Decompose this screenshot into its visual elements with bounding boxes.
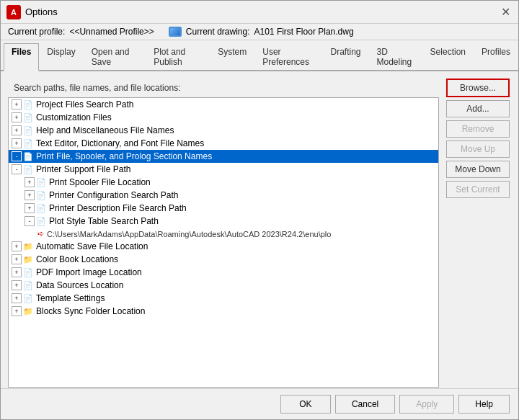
tab-3d-modeling[interactable]: 3D Modeling <box>369 43 422 70</box>
expander-2[interactable]: + <box>12 112 22 122</box>
apply-button[interactable]: Apply <box>399 395 454 414</box>
folder-icon: 📁 <box>23 254 33 264</box>
expander-15[interactable]: + <box>12 280 22 290</box>
move-up-button[interactable]: Move Up <box>446 140 510 158</box>
tab-files[interactable]: Files <box>4 43 39 71</box>
list-item[interactable]: + 📄 Project Files Search Path <box>9 98 438 111</box>
tab-selection[interactable]: Selection <box>422 43 474 70</box>
app-icon: A <box>6 5 21 19</box>
current-profile-item: Current profile: <<Unnamed Profile>> <box>8 27 154 37</box>
profile-bar: Current profile: <<Unnamed Profile>> Cur… <box>1 24 518 40</box>
list-item[interactable]: + 📄 Help and Miscellaneous File Names <box>9 124 438 137</box>
tab-system[interactable]: System <box>210 43 254 70</box>
window-title: Options <box>25 6 58 17</box>
item-label: Printer Description File Search Path <box>49 203 187 213</box>
item-label: Blocks Sync Folder Location <box>36 306 145 316</box>
tab-open-and-save[interactable]: Open and Save <box>84 43 146 70</box>
list-item[interactable]: + 📄 Printer Description File Search Path <box>9 202 438 215</box>
tab-user-preferences[interactable]: User Preferences <box>254 43 322 70</box>
doc-icon: 📄 <box>36 203 46 213</box>
expander-6[interactable]: - <box>12 164 22 174</box>
item-label: Help and Miscellaneous File Names <box>36 125 174 135</box>
doc-icon: 📄 <box>36 190 46 200</box>
expander-16[interactable]: + <box>12 293 22 303</box>
list-item[interactable]: + 📄 Print Spooler File Location <box>9 176 438 189</box>
list-item[interactable]: + 📄 Data Sources Location <box>9 279 438 292</box>
list-item[interactable]: + 📄 Printer Configuration Search Path <box>9 189 438 202</box>
list-item[interactable]: - 📄 Print File, Spooler, and Prolog Sect… <box>9 150 438 163</box>
add-button[interactable]: Add... <box>446 100 510 117</box>
expander-9[interactable]: + <box>25 203 35 213</box>
title-left: A Options <box>6 5 58 19</box>
options-window: A Options ✕ Current profile: <<Unnamed P… <box>0 0 519 420</box>
list-item[interactable]: + 📁 Automatic Save File Location <box>9 240 438 253</box>
cancel-button[interactable]: Cancel <box>335 395 395 414</box>
list-item[interactable]: + 📄 Template Settings <box>9 292 438 305</box>
list-item[interactable]: + 📄 PDF Import Image Location <box>9 266 438 279</box>
expander-10[interactable]: - <box>25 216 35 226</box>
tab-plot-and-publish[interactable]: Plot and Publish <box>146 43 210 70</box>
doc-icon: 📄 <box>23 125 33 135</box>
item-label: Printer Support File Path <box>36 164 130 174</box>
expander-4[interactable]: + <box>12 138 22 148</box>
list-item[interactable]: + 📄 Customization Files <box>9 111 438 124</box>
item-label: Print File, Spooler, and Prolog Section … <box>36 151 212 161</box>
list-item[interactable]: - 📄 Printer Support File Path <box>9 163 438 176</box>
doc-icon: 📄 <box>23 293 33 303</box>
move-down-button[interactable]: Move Down <box>446 161 510 178</box>
item-label: Plot Style Table Search Path <box>49 216 159 226</box>
doc-icon: 📄 <box>36 216 46 226</box>
item-label: Automatic Save File Location <box>36 241 148 251</box>
doc-icon: 📄 <box>23 99 33 110</box>
doc-icon: 📄 <box>23 280 33 290</box>
item-label: Printer Configuration Search Path <box>49 190 178 200</box>
expander-1[interactable]: + <box>12 99 22 110</box>
content-area: Search paths, file names, and file locat… <box>1 71 518 395</box>
expander-14[interactable]: + <box>12 267 22 277</box>
current-drawing-item: Current drawing: A101 First Floor Plan.d… <box>169 27 354 37</box>
ok-button[interactable]: OK <box>280 395 331 414</box>
expander-7[interactable]: + <box>25 177 35 187</box>
list-item[interactable]: + 📄 Text Editor, Dictionary, and Font Fi… <box>9 137 438 150</box>
tab-profiles[interactable]: Profiles <box>474 43 518 70</box>
doc-icon: 📄 <box>23 151 33 161</box>
tab-display[interactable]: Display <box>39 43 83 70</box>
expander-8[interactable]: + <box>25 190 35 200</box>
item-label: Text Editor, Dictionary, and Font File N… <box>36 138 204 148</box>
expander-12[interactable]: + <box>12 241 22 251</box>
doc-icon: 📄 <box>23 112 33 122</box>
help-button[interactable]: Help <box>458 395 510 414</box>
drawing-icon-img <box>170 28 180 35</box>
item-label: Print Spooler File Location <box>49 177 151 187</box>
expander-17[interactable]: + <box>12 306 22 316</box>
tabs-bar: Files Display Open and Save Plot and Pub… <box>1 40 518 71</box>
tree-section: Search paths, file names, and file locat… <box>8 79 439 388</box>
folder-icon: 📁 <box>23 241 33 251</box>
item-label: Color Book Locations <box>36 254 118 264</box>
tree-panel[interactable]: + 📄 Project Files Search Path + 📄 Custom… <box>8 97 439 388</box>
tab-drafting[interactable]: Drafting <box>322 43 368 70</box>
expander-13[interactable]: + <box>12 254 22 264</box>
expander-3[interactable]: + <box>12 125 22 135</box>
list-item[interactable]: - 📄 Plot Style Table Search Path <box>9 215 438 228</box>
remove-button[interactable]: Remove <box>446 120 510 138</box>
drawing-icon <box>169 27 182 37</box>
list-item[interactable]: + 📁 Blocks Sync Folder Location <box>9 305 438 318</box>
bottom-bar: OK Cancel Apply Help <box>1 388 518 419</box>
current-profile-label: Current profile: <box>8 27 65 37</box>
doc-icon: 📄 <box>36 177 46 187</box>
item-label: Template Settings <box>36 293 105 303</box>
current-drawing-label: Current drawing: <box>186 27 250 37</box>
close-button[interactable]: ✕ <box>498 5 513 19</box>
item-label: Data Sources Location <box>36 280 123 290</box>
list-item[interactable]: ➪ C:\Users\MarkAdams\AppData\Roaming\Aut… <box>9 228 438 240</box>
browse-button[interactable]: Browse... <box>446 79 510 97</box>
item-label: Project Files Search Path <box>36 99 133 110</box>
current-drawing-value: A101 First Floor Plan.dwg <box>254 27 354 37</box>
doc-icon: 📄 <box>23 138 33 148</box>
item-label: PDF Import Image Location <box>36 267 142 277</box>
list-item[interactable]: + 📁 Color Book Locations <box>9 253 438 266</box>
expander-5[interactable]: - <box>12 151 22 161</box>
set-current-button[interactable]: Set Current <box>446 181 510 198</box>
current-profile-value: <<Unnamed Profile>> <box>69 27 154 37</box>
